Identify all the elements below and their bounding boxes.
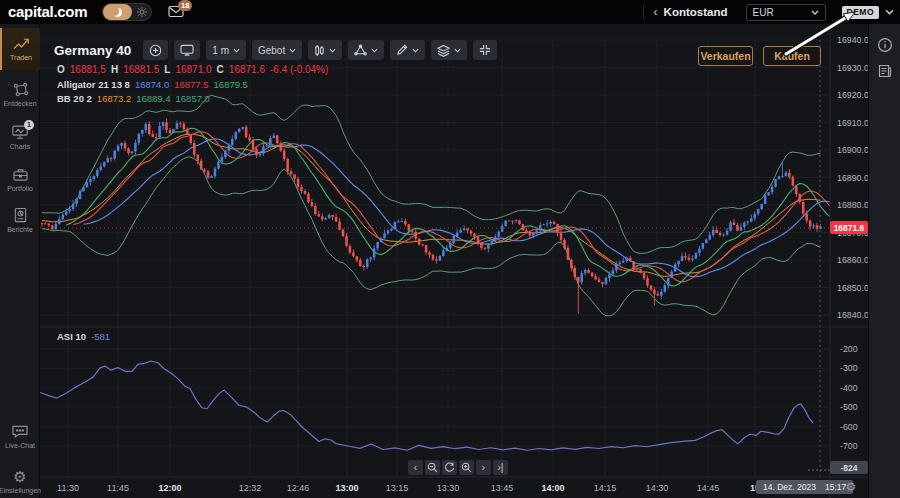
current-price-badge: 16871.6: [830, 221, 868, 234]
scroll-left-button[interactable]: ‹: [408, 460, 423, 475]
sidebar-item-label: Entdecken: [3, 100, 36, 107]
time-axis-settings-gear-icon[interactable]: ⚙: [843, 479, 859, 495]
svg-text:16920.0: 16920.0: [837, 90, 868, 100]
drawing-tools-dropdown[interactable]: [390, 40, 425, 60]
sidebar-item-label: Berichte: [7, 226, 33, 233]
interval-dropdown[interactable]: 1 m: [206, 40, 246, 60]
layers-dropdown[interactable]: [431, 40, 467, 60]
currency-select[interactable]: EUR: [746, 4, 826, 21]
app-root: capital.com 18 ‹ Kontostand EUR DEMO: [0, 0, 900, 498]
instrument-title: Germany 40: [54, 43, 131, 58]
svg-text:13:00: 13:00: [335, 483, 358, 493]
light-mode-sun-icon[interactable]: [132, 7, 151, 17]
theme-toggle[interactable]: [102, 3, 152, 21]
topbar-divider: [643, 5, 644, 19]
svg-text:12:00: 12:00: [158, 483, 181, 493]
trade-chart-icon: [13, 37, 30, 51]
sidebar-item-entdecken[interactable]: Entdecken: [0, 73, 40, 115]
layers-icon: [437, 44, 450, 57]
sidebar-item-charts[interactable]: 1 Charts: [0, 116, 40, 158]
dark-mode-moon-icon[interactable]: [103, 4, 132, 20]
time-axis[interactable]: 11:3011:4512:0012:3212:4613:0013:1513:30…: [57, 483, 760, 493]
discover-network-icon: [12, 82, 29, 97]
chevron-down-icon: [289, 48, 296, 53]
reports-document-icon: [13, 207, 28, 223]
bb-basis-value: 16873.2: [97, 93, 131, 104]
fullscreen-toggle-button[interactable]: [473, 40, 497, 60]
zoom-in-icon: [461, 462, 472, 473]
asi-last-value-badge: -824: [830, 461, 868, 474]
high-value: 16881.5: [123, 64, 159, 75]
chart-grid: [40, 40, 830, 477]
asi-indicator: [40, 361, 813, 450]
bb-legend[interactable]: BB 20 2 16873.2 16889.4 16857.0: [57, 93, 210, 104]
alligator-name: Alligator 21 13 8: [57, 79, 130, 90]
indicators-triangle-icon: [354, 44, 367, 56]
ohlc-legend: O 16881.5 H 16881.5 L 16871.0 C 16871.6 …: [57, 64, 328, 75]
snapshot-button[interactable]: [174, 40, 200, 60]
svg-text:16890.0: 16890.0: [837, 173, 868, 183]
chevron-down-icon: [412, 48, 419, 53]
svg-text:13:45: 13:45: [491, 483, 514, 493]
price-mode-dropdown[interactable]: Gebot: [252, 40, 302, 60]
add-instrument-button[interactable]: [143, 40, 168, 60]
go-to-latest-button[interactable]: ›|: [493, 460, 508, 475]
svg-text:12:32: 12:32: [239, 483, 262, 493]
alligator-legend[interactable]: Alligator 21 13 8 16874.0 16877.5 16879.…: [57, 79, 248, 90]
notification-count-badge: 18: [178, 0, 192, 11]
sidebar-item-traden[interactable]: Traden: [0, 28, 40, 70]
chart-type-dropdown[interactable]: [308, 40, 342, 60]
reset-zoom-button[interactable]: [442, 460, 457, 475]
asi-name: ASI 10: [57, 331, 86, 342]
interval-value: 1 m: [212, 45, 229, 56]
zoom-in-button[interactable]: [459, 460, 474, 475]
sell-button[interactable]: Verkaufen: [698, 46, 753, 66]
indicators-dropdown[interactable]: [348, 40, 384, 60]
sidebar-item-label: Portfolio: [7, 185, 33, 192]
scroll-right-button[interactable]: ›: [476, 460, 491, 475]
svg-text:13:30: 13:30: [437, 483, 460, 493]
charts-count-badge: 1: [24, 120, 34, 130]
svg-text:14:45: 14:45: [697, 483, 720, 493]
monitor-icon: [180, 44, 194, 56]
low-label: L: [164, 64, 170, 75]
buy-button[interactable]: Kaufen: [763, 46, 821, 66]
bb-lower-value: 16857.0: [176, 93, 210, 104]
sidebar-item-live-chat[interactable]: Live-Chat: [0, 415, 40, 457]
account-chevron-down-icon[interactable]: [885, 9, 894, 15]
live-chat-bubble-icon: [11, 424, 29, 439]
svg-text:16940.0: 16940.0: [837, 35, 868, 45]
svg-text:16910.0: 16910.0: [837, 118, 868, 128]
crosshair-date-badge: 14. Dez. 2023 15:17: [756, 480, 853, 494]
sidebar-item-label: Traden: [10, 54, 32, 61]
chevron-down-icon: [371, 48, 378, 53]
price-axis[interactable]: 16940.016930.016920.016910.016900.016890…: [837, 35, 868, 451]
svg-text:-300: -300: [840, 363, 858, 373]
svg-text:12:46: 12:46: [287, 483, 310, 493]
info-icon[interactable]: [877, 37, 893, 53]
chevron-down-icon: [233, 48, 240, 53]
kontostand-back[interactable]: ‹ Kontostand: [654, 5, 728, 19]
zoom-out-button[interactable]: [425, 460, 440, 475]
sidebar-item-berichte[interactable]: Berichte: [0, 199, 40, 241]
svg-text:16850.0: 16850.0: [837, 283, 868, 293]
pencil-icon: [396, 44, 408, 56]
currency-value: EUR: [753, 7, 774, 18]
asi-legend[interactable]: ASI 10 -581: [57, 331, 110, 342]
topbar: capital.com 18 ‹ Kontostand EUR DEMO: [0, 0, 900, 24]
low-value: 16871.0: [175, 64, 211, 75]
svg-text:-500: -500: [840, 402, 858, 412]
demo-account-badge[interactable]: DEMO: [842, 6, 880, 19]
price-mode-value: Gebot: [258, 45, 285, 56]
sidebar-item-portfolio[interactable]: Portfolio: [0, 158, 40, 200]
sidebar-item-einstellungen[interactable]: ⚙ Einstellungen: [0, 460, 40, 498]
svg-text:14:30: 14:30: [646, 483, 669, 493]
chart-panel: 16940.016930.016920.016910.016900.016890…: [40, 24, 868, 498]
svg-text:14:15: 14:15: [594, 483, 617, 493]
sidebar-item-label: Live-Chat: [5, 442, 35, 449]
news-icon[interactable]: [877, 63, 893, 79]
date-value: 14. Dez. 2023: [763, 482, 816, 492]
svg-text:-400: -400: [840, 383, 858, 393]
high-label: H: [111, 64, 118, 75]
svg-text:16840.0: 16840.0: [837, 310, 868, 320]
